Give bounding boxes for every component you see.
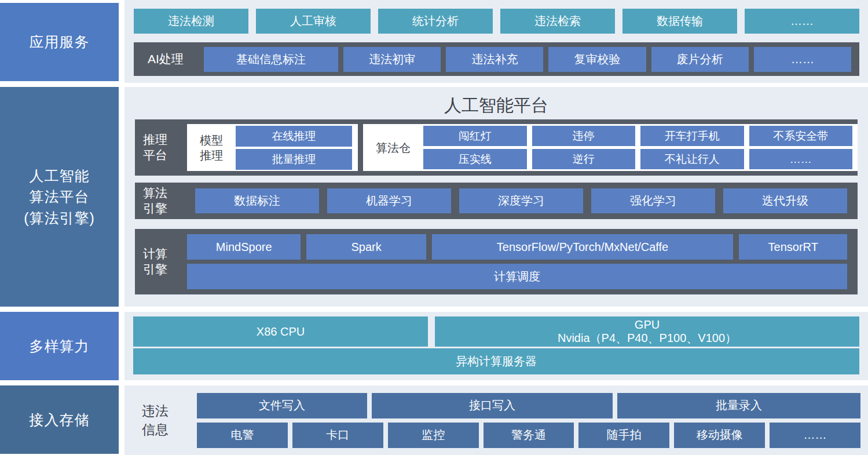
- sidebar-block-computing-power: 多样算力: [0, 312, 119, 380]
- computing-power-row: X86 CPU GPU Nvidia（P4、P40、P100、V100）: [133, 316, 859, 347]
- ai-chip-illegal-first-review: 违法初审: [343, 47, 441, 72]
- chip-mobile-camera: 移动摄像: [674, 423, 765, 448]
- chip-surveillance: 监控: [388, 423, 479, 448]
- chip-not-yielding-pedestrian: 不礼让行人: [640, 149, 744, 169]
- model-inference-chips: 在线推理 批量推理: [236, 126, 352, 170]
- model-inference-panel: 模型 推理 在线推理 批量推理: [187, 124, 358, 171]
- chip-mindspore: MindSpore: [187, 234, 301, 260]
- sidebar-block-access-storage: 接入存储: [0, 385, 119, 454]
- gpu-block: GPU Nvidia（P4、P40、P100、V100）: [435, 316, 859, 347]
- compute-engine-bar: 计算 引擎 MindSpore Spark TensorFlow/PyTorch…: [135, 229, 858, 294]
- chip-deep-learning: 深度学习: [459, 188, 583, 213]
- chip-file-write: 文件写入: [197, 393, 367, 418]
- chip-solid-line-violation: 压实线: [423, 149, 527, 169]
- app-service-chip-illegal-search: 违法检索: [500, 9, 615, 34]
- chip-api-write: 接口写入: [372, 393, 613, 418]
- chip-reinforcement-learning: 强化学习: [591, 188, 715, 213]
- compute-engine-label: 计算 引擎: [143, 246, 187, 277]
- model-inference-label: 模型 推理: [187, 133, 236, 163]
- ai-chip-illegal-supplement: 违法补充: [446, 47, 543, 72]
- chip-batch-inference: 批量推理: [236, 149, 352, 170]
- section-app-services: 违法检测 人工审核 统计分析 违法检索 数据传输 …… AI处理 基础信息标注 …: [124, 0, 868, 83]
- storage-rows: 文件写入 接口写入 批量录入 电警 卡口 监控 警务通 随手拍 移动摄像 ……: [197, 393, 860, 448]
- chip-compute-scheduling: 计算调度: [187, 264, 847, 289]
- chip-spark: Spark: [306, 234, 426, 260]
- app-service-chip-manual-review: 人工审核: [256, 9, 371, 34]
- app-service-chip-data-transfer: 数据传输: [622, 9, 737, 34]
- chip-algo-more: ……: [749, 149, 853, 169]
- algo-engine-label: 算法 引擎: [143, 185, 187, 216]
- ai-processing-label: AI处理: [148, 52, 199, 67]
- ai-processing-bar: AI处理 基础信息标注 违法初审 违法补充 复审校验 废片分析 ……: [134, 42, 859, 76]
- chip-run-red-light: 闯红灯: [423, 126, 527, 146]
- chip-phone-while-driving: 开车打手机: [640, 126, 744, 146]
- chip-machine-learning: 机器学习: [327, 188, 451, 213]
- chip-police-terminal: 警务通: [484, 423, 574, 448]
- chip-illegal-parking: 违停: [532, 126, 636, 146]
- algorithm-store-chips: 闯红灯 违停 开车打手机 不系安全带 压实线 逆行 不礼让行人 ……: [423, 126, 852, 169]
- app-service-row: 违法检测 人工审核 统计分析 违法检索 数据传输 ……: [134, 9, 859, 34]
- chip-tensorflow-pytorch-mxnet-caffe: TensorFlow/PyTorch/MxNet/Caffe: [432, 234, 734, 260]
- chip-snapshot-report: 随手拍: [578, 423, 669, 448]
- app-service-chip-more: ……: [745, 9, 859, 34]
- chip-electronic-police: 电警: [197, 423, 288, 448]
- algorithm-store-panel: 算法仓 闯红灯 违停 开车打手机 不系安全带 压实线 逆行 不礼让行人 ……: [363, 124, 858, 171]
- chip-batch-entry: 批量录入: [617, 393, 860, 418]
- app-service-chip-illegal-detection: 违法检测: [134, 9, 248, 34]
- inference-platform-bar: 推理 平台 模型 推理 在线推理 批量推理 算法仓 闯红灯 违停 开车打手机 不…: [135, 119, 858, 176]
- section-ai-platform: 人工智能平台 推理 平台 模型 推理 在线推理 批量推理 算法仓 闯红灯 违停 …: [124, 87, 868, 307]
- chip-no-seatbelt: 不系安全带: [749, 126, 853, 146]
- chip-source-more: ……: [770, 423, 860, 448]
- gpu-line1: GPU: [635, 318, 660, 332]
- ai-chip-basic-info-annotation: 基础信息标注: [204, 47, 338, 72]
- gpu-line2: Nvidia（P4、P40、P100、V100）: [558, 332, 737, 345]
- ai-chip-recheck-verify: 复审校验: [548, 47, 646, 72]
- chip-data-annotation: 数据标注: [195, 188, 319, 213]
- cpu-block: X86 CPU: [133, 316, 428, 347]
- algorithm-store-label: 算法仓: [363, 140, 423, 155]
- chip-checkpoint: 卡口: [292, 423, 383, 448]
- compute-framework-row: MindSpore Spark TensorFlow/PyTorch/MxNet…: [187, 234, 847, 260]
- algo-engine-bar: 算法 引擎 数据标注 机器学习 深度学习 强化学习 迭代升级: [135, 183, 858, 219]
- ai-chip-waste-image-analysis: 废片分析: [651, 47, 749, 72]
- write-methods-row: 文件写入 接口写入 批量录入: [197, 393, 860, 418]
- ai-chip-more: ……: [754, 47, 851, 72]
- inference-platform-label: 推理 平台: [143, 132, 187, 163]
- chip-iterative-upgrade: 迭代升级: [723, 188, 847, 213]
- chip-wrong-way: 逆行: [532, 149, 636, 169]
- data-sources-row: 电警 卡口 监控 警务通 随手拍 移动摄像 ……: [197, 423, 860, 448]
- architecture-diagram: 应用服务 人工智能 算法平台 (算法引擎) 多样算力 接入存储 违法检测 人工审…: [0, 0, 868, 455]
- section-computing-power: X86 CPU GPU Nvidia（P4、P40、P100、V100） 异构计…: [124, 312, 868, 380]
- compute-engine-chips: MindSpore Spark TensorFlow/PyTorch/MxNet…: [187, 234, 847, 289]
- heterogeneous-server-bar: 异构计算服务器: [133, 348, 859, 374]
- platform-title: 人工智能平台: [124, 87, 868, 119]
- sidebar-block-app-services: 应用服务: [0, 3, 119, 81]
- app-service-chip-statistics: 统计分析: [378, 9, 493, 34]
- chip-online-inference: 在线推理: [236, 126, 352, 147]
- sidebar-block-ai-algo-platform: 人工智能 算法平台 (算法引擎): [0, 87, 119, 307]
- illegal-info-label: 违法 信息: [142, 402, 197, 439]
- chip-tensorrt: TensorRT: [739, 234, 847, 260]
- section-access-storage: 违法 信息 文件写入 接口写入 批量录入 电警 卡口 监控 警务通 随手拍 移动…: [124, 385, 868, 455]
